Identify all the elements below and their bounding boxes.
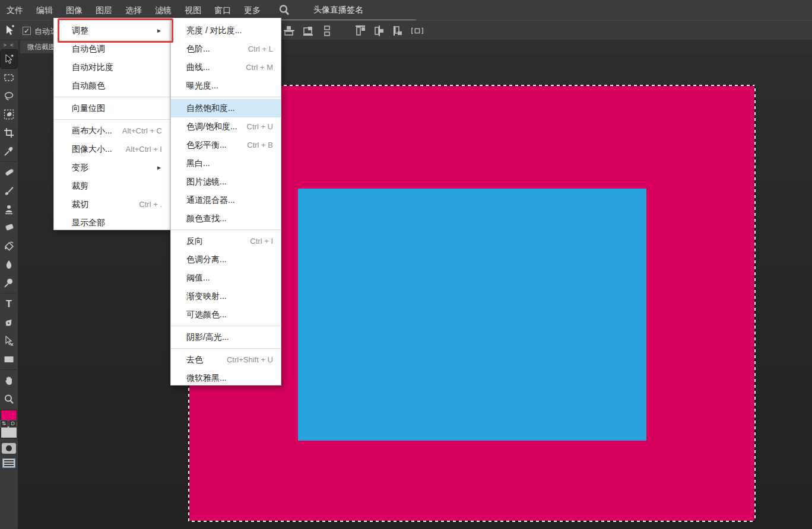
shape-tool[interactable]: [1, 350, 17, 368]
move-tool[interactable]: [1, 50, 17, 68]
menu-item-levels[interactable]: 色阶...Ctrl + L: [171, 40, 281, 58]
align-bottom-icon[interactable]: [302, 24, 315, 37]
selection-ants-bottom: [189, 521, 755, 522]
align-vertical-center-icon[interactable]: [283, 24, 296, 37]
pen-tool[interactable]: [1, 313, 17, 332]
alignment-toolbar: [283, 24, 424, 37]
distribute-horizontal-icon[interactable]: [411, 24, 424, 37]
menu-item-canvas-size[interactable]: 画布大小...Alt+Ctrl + C: [54, 122, 170, 140]
menu-item-vibrance[interactable]: 自然饱和度...: [171, 99, 281, 117]
healing-brush-tool[interactable]: [1, 163, 17, 181]
direct-select-tool[interactable]: [1, 332, 17, 350]
menu-item-image-size[interactable]: 图像大小...Alt+Ctrl + I: [54, 140, 170, 158]
swap-colors-button[interactable]: ⇅: [0, 420, 8, 428]
auto-select-checkbox[interactable]: ✓: [23, 27, 31, 35]
type-tool[interactable]: T: [1, 295, 17, 313]
lasso-tool[interactable]: [1, 87, 17, 105]
move-tool-icon: [4, 54, 14, 65]
distribute-vertical-icon[interactable]: [321, 24, 334, 37]
crop-tool-icon: [4, 128, 14, 138]
rect-marquee-tool[interactable]: [1, 68, 17, 87]
menu-item-shadows-highlights[interactable]: 阴影/高光...: [171, 328, 281, 346]
menu-bar: 文件 编辑 图像 图层 选择 滤镜 视图 窗口 更多 头像直播签名: [0, 0, 812, 20]
menu-separator: [171, 230, 281, 230]
menu-item-photo-filter[interactable]: 图片滤镜...: [171, 173, 281, 191]
menu-item-trim[interactable]: 裁切Ctrl + .: [54, 195, 170, 213]
menu-layer[interactable]: 图层: [89, 0, 119, 20]
document-title[interactable]: 头像直播签名: [313, 5, 363, 15]
menu-item-color-balance[interactable]: 色彩平衡...Ctrl + B: [171, 136, 281, 154]
screen-mode-button[interactable]: [2, 458, 15, 468]
background-color-swatch[interactable]: [1, 426, 17, 438]
menu-item-auto-tone[interactable]: 自动色调: [54, 40, 170, 58]
rect-marquee-tool-icon: [4, 72, 14, 83]
menu-item-crop[interactable]: 裁剪: [54, 177, 170, 195]
menu-window[interactable]: 窗口: [208, 0, 237, 20]
menu-separator: [171, 348, 281, 349]
menu-item-channel-mixer[interactable]: 通道混合器...: [171, 191, 281, 209]
menu-file[interactable]: 文件: [0, 0, 30, 20]
align-horizontal-center-icon[interactable]: [373, 24, 386, 37]
menu-item-adjustments[interactable]: 调整 ►: [54, 21, 170, 40]
paint-bucket-tool[interactable]: [1, 237, 17, 255]
toolbar-separator: [1, 293, 17, 294]
zoom-tool[interactable]: [1, 390, 17, 408]
hand-tool-icon: [4, 375, 14, 386]
menu-item-auto-contrast[interactable]: 自动对比度: [54, 58, 170, 77]
align-top-icon[interactable]: [354, 24, 367, 37]
blur-tool[interactable]: [1, 255, 17, 273]
menu-item-exposure[interactable]: 曝光度...: [171, 77, 281, 95]
menu-image[interactable]: 图像: [59, 0, 89, 20]
menu-item-hdr-toning[interactable]: 微软雅黑...: [171, 369, 281, 387]
collapse-toolbar-icon[interactable]: > <: [3, 42, 14, 50]
menu-item-curves[interactable]: 曲线...Ctrl + M: [171, 58, 281, 77]
image-menu-dropdown: 调整 ► 自动色调 自动对比度 自动颜色 向量位图 画布大小...Alt+Ctr…: [53, 18, 170, 230]
brush-tool[interactable]: [1, 181, 17, 200]
healing-brush-tool-icon: [4, 167, 14, 178]
menu-item-brightness-contrast[interactable]: 亮度 / 对比度...: [171, 21, 281, 40]
blur-tool-icon: [4, 259, 14, 270]
dodge-tool[interactable]: [1, 273, 17, 292]
menu-view[interactable]: 视图: [178, 0, 208, 20]
menu-item-gradient-map[interactable]: 渐变映射...: [171, 287, 281, 305]
hand-tool[interactable]: [1, 371, 17, 390]
menu-item-desaturate[interactable]: 去色Ctrl+Shift + U: [171, 350, 281, 369]
menu-select[interactable]: 选择: [119, 0, 148, 20]
document-title-underline: [281, 20, 416, 20]
menu-item-selective-color[interactable]: 可选颜色...: [171, 305, 281, 324]
menu-item-auto-color[interactable]: 自动颜色: [54, 77, 170, 95]
eraser-tool[interactable]: [1, 218, 17, 237]
crop-tool[interactable]: [1, 123, 17, 142]
menu-item-reveal-all[interactable]: 显示全部: [54, 213, 170, 232]
pen-tool-icon: [4, 317, 14, 328]
clone-stamp-tool[interactable]: [1, 200, 17, 218]
type-tool-icon: T: [6, 299, 12, 310]
menu-item-black-white[interactable]: 黑白...: [171, 154, 281, 173]
menu-separator: [171, 97, 281, 97]
align-left-icon[interactable]: [392, 24, 405, 37]
menu-separator: [171, 326, 281, 326]
eraser-tool-icon: [4, 222, 14, 233]
menu-filter[interactable]: 滤镜: [148, 0, 178, 20]
menu-item-invert[interactable]: 反向Ctrl + I: [171, 232, 281, 250]
menu-item-posterize[interactable]: 色调分离...: [171, 250, 281, 269]
brush-tool-icon: [4, 186, 14, 196]
eyedropper-tool[interactable]: [1, 142, 17, 160]
default-colors-button[interactable]: D: [9, 420, 17, 428]
menu-item-threshold[interactable]: 阈值...: [171, 269, 281, 287]
menu-edit[interactable]: 编辑: [30, 0, 59, 20]
tool-palette: > <: [0, 40, 18, 529]
paint-bucket-tool-icon: [4, 241, 14, 251]
menu-item-hue-saturation[interactable]: 色调/饱和度...Ctrl + U: [171, 117, 281, 136]
quick-mask-icon: [6, 445, 12, 451]
menu-item-transform[interactable]: 变形 ►: [54, 158, 170, 177]
search-icon[interactable]: [275, 4, 293, 16]
menu-more[interactable]: 更多: [237, 0, 267, 20]
color-swatches: ⇅ D: [1, 410, 17, 438]
quick-select-tool[interactable]: [1, 105, 17, 123]
eyedropper-tool-icon: [4, 146, 14, 157]
quick-mask-button[interactable]: [2, 443, 16, 454]
quick-select-tool-icon: [4, 109, 14, 120]
menu-item-color-lookup[interactable]: 颜色查找...: [171, 209, 281, 228]
menu-item-vectorize[interactable]: 向量位图: [54, 99, 170, 117]
